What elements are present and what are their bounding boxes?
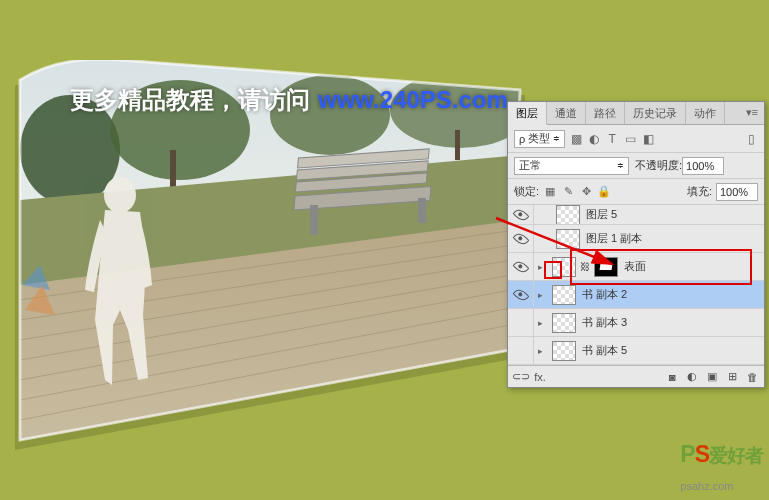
- delete-layer-icon[interactable]: 🗑: [744, 371, 760, 383]
- layer-name: 书 副本 2: [580, 287, 627, 302]
- fill-label: 填充:: [687, 184, 712, 199]
- annotation-arrow: [492, 214, 622, 270]
- fill-input[interactable]: 100%: [716, 183, 758, 201]
- eye-icon: [512, 286, 529, 303]
- panel-bottom-bar: ⊂⊃ fx. ◙ ◐ ▣ ⊞ 🗑: [508, 365, 764, 387]
- layer-row[interactable]: ▸ 书 副本 2: [508, 281, 764, 309]
- book-svg: [0, 60, 540, 460]
- opacity-input[interactable]: 100%: [682, 157, 724, 175]
- lock-transparency-icon[interactable]: ▦: [543, 185, 557, 198]
- layer-filter-row: ρ类型≑ ▩ ◐ T ▭ ◧ ▯: [508, 125, 764, 153]
- layer-thumbnail: [552, 313, 576, 333]
- filter-pixel-icon[interactable]: ▩: [569, 132, 583, 146]
- new-layer-icon[interactable]: ⊞: [724, 370, 740, 383]
- filter-kind-select[interactable]: ρ类型≑: [514, 130, 565, 148]
- svg-rect-18: [310, 205, 318, 235]
- layer-name: 书 副本 5: [580, 343, 627, 358]
- new-group-icon[interactable]: ▣: [704, 370, 720, 383]
- tab-channels[interactable]: 通道: [547, 102, 586, 124]
- layer-thumbnail: [552, 285, 576, 305]
- tab-layers[interactable]: 图层: [508, 102, 547, 125]
- filter-toggle-icon[interactable]: ▯: [744, 132, 758, 146]
- visibility-toggle[interactable]: [508, 309, 534, 336]
- svg-rect-19: [418, 198, 426, 223]
- expand-group-icon[interactable]: ▸: [538, 318, 548, 328]
- filter-adjust-icon[interactable]: ◐: [587, 132, 601, 146]
- lock-pixels-icon[interactable]: ✎: [561, 185, 575, 198]
- tutorial-watermark: 更多精品教程，请访问www.240PS.com: [70, 84, 508, 116]
- tab-actions[interactable]: 动作: [686, 102, 725, 124]
- filter-type-icon[interactable]: T: [605, 132, 619, 146]
- layer-row[interactable]: ▸ 书 副本 5: [508, 337, 764, 365]
- panel-menu-icon[interactable]: ▾≡: [740, 102, 764, 124]
- canvas-book-image: [0, 60, 540, 460]
- filter-shape-icon[interactable]: ▭: [623, 132, 637, 146]
- new-fill-adjust-icon[interactable]: ◐: [684, 370, 700, 383]
- link-layers-icon[interactable]: ⊂⊃: [512, 370, 528, 383]
- panel-tabs: 图层 通道 路径 历史记录 动作 ▾≡: [508, 102, 764, 125]
- tab-paths[interactable]: 路径: [586, 102, 625, 124]
- svg-point-20: [104, 177, 136, 213]
- opacity-label: 不透明度:: [635, 158, 682, 173]
- layer-fx-icon[interactable]: fx.: [532, 371, 548, 383]
- layer-name: 书 副本 3: [580, 315, 627, 330]
- filter-smart-icon[interactable]: ◧: [641, 132, 655, 146]
- svg-rect-6: [455, 130, 460, 160]
- layer-thumbnail: [552, 341, 576, 361]
- visibility-toggle[interactable]: [508, 337, 534, 364]
- tab-history[interactable]: 历史记录: [625, 102, 686, 124]
- lock-position-icon[interactable]: ✥: [579, 185, 593, 198]
- lock-all-icon[interactable]: 🔒: [597, 185, 611, 198]
- add-mask-icon[interactable]: ◙: [664, 371, 680, 383]
- svg-line-21: [496, 218, 612, 264]
- expand-group-icon[interactable]: ▸: [538, 346, 548, 356]
- blend-mode-select[interactable]: 正常≑: [514, 157, 629, 175]
- visibility-toggle[interactable]: [508, 281, 534, 308]
- site-logo-watermark: PS爱好者 psahz.com: [680, 441, 763, 496]
- lock-row: 锁定: ▦ ✎ ✥ 🔒 填充: 100%: [508, 179, 764, 205]
- svg-rect-5: [170, 150, 176, 190]
- blend-mode-row: 正常≑ 不透明度: 100%: [508, 153, 764, 179]
- expand-group-icon[interactable]: ▸: [538, 290, 548, 300]
- lock-label: 锁定:: [514, 184, 539, 199]
- layer-row[interactable]: ▸ 书 副本 3: [508, 309, 764, 337]
